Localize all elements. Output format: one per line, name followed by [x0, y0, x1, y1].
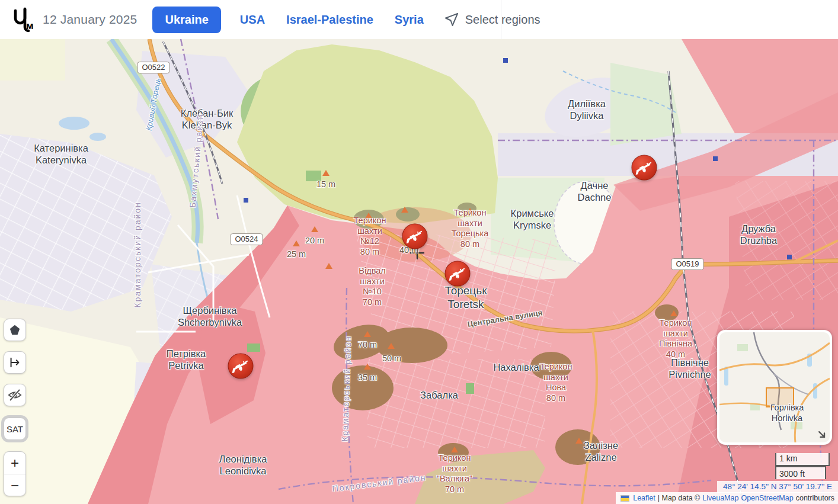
- elev-label: 70 m: [358, 340, 377, 351]
- select-regions-button[interactable]: Select regions: [444, 12, 540, 27]
- place-label: ДиліївкаDyliivka: [568, 98, 606, 121]
- shield-label: О0524: [230, 233, 263, 245]
- map-scale-control: 1 km 3000 ft: [775, 453, 830, 479]
- minimap-city-label: ГорлівкаHorlivka: [770, 402, 804, 423]
- tab-israel-palestine[interactable]: Israel-Palestine: [284, 7, 376, 33]
- liveuamap-app: { "header": { "logo_text": "Uм", "date":…: [0, 0, 838, 504]
- hide-markers-button[interactable]: [4, 384, 26, 406]
- elev-label: 15 m: [316, 179, 335, 190]
- place-label: Нахалівка: [493, 361, 539, 373]
- rifle-clash-icon: [402, 223, 428, 249]
- mine-label: ТериконшахтиНова80 m: [540, 362, 572, 404]
- mine-label: Відвалшахти№1070 m: [359, 266, 385, 308]
- district-label: Покровський район: [332, 473, 427, 494]
- rifle-clash-icon: [444, 261, 471, 287]
- place-label: КатеринівкаKaterynivka: [34, 142, 88, 166]
- tab-syria[interactable]: Syria: [392, 7, 426, 33]
- place-label: ТорецькToretsk: [445, 284, 487, 311]
- shield-label: О0522: [137, 62, 169, 73]
- cursor-icon: [444, 12, 459, 27]
- place-label: ПівнічнеPivnichne: [669, 357, 711, 380]
- scale-km: 1 km: [775, 453, 830, 466]
- tab-usa[interactable]: USA: [238, 7, 267, 33]
- place-label: КримськеKrymske: [511, 207, 554, 231]
- place-label: Забалка: [420, 389, 458, 401]
- arrow-from-bar-icon: [8, 356, 21, 369]
- clash-marker[interactable]: [444, 261, 471, 287]
- elev-label: 25 m: [287, 249, 306, 260]
- zoom-in-button[interactable]: +: [4, 452, 25, 474]
- leaflet-link[interactable]: Leaflet: [633, 492, 655, 504]
- map-labels-layer: Клебан-БикKleban-BykКатеринівкаKateryniv…: [0, 39, 838, 504]
- current-date: 12 January 2025: [43, 12, 137, 27]
- clash-marker[interactable]: [228, 353, 254, 379]
- mine-label: ТериконшахтиТорецька80 m: [452, 208, 489, 250]
- header-divider: [501, 0, 501, 39]
- mine-label: ТериконшахтиПівнічна40 m: [659, 318, 692, 360]
- place-label: ЛеонідівкаLeonidivka: [219, 453, 267, 477]
- ukraine-flag-icon: [620, 495, 629, 502]
- mine-label: Териконшахти"Валюга"70 m: [437, 453, 472, 495]
- shield-label: О0519: [671, 258, 703, 270]
- satellite-view-button[interactable]: SAT: [4, 418, 26, 440]
- mine-label: Териконшахти№1280 m: [354, 216, 386, 258]
- clash-marker[interactable]: [631, 155, 657, 181]
- elev-label: 20 m: [305, 236, 324, 246]
- minimap-graphics: [719, 332, 830, 442]
- map-data-text: | Map data ©: [658, 492, 701, 504]
- map-attribution: Leaflet | Map data © LiveuaMap OpenStree…: [616, 492, 838, 504]
- rifle-clash-icon: [631, 155, 657, 181]
- rifle-clash-icon: [228, 353, 254, 379]
- draw-polygon-button[interactable]: [4, 319, 26, 341]
- select-regions-label: Select regions: [465, 13, 540, 27]
- svg-text:м: м: [26, 20, 34, 31]
- elev-label: 35 m: [358, 373, 377, 383]
- place-label: ЗалізнеZalizne: [584, 439, 618, 463]
- place-label: ДружбаDruzhba: [740, 223, 777, 246]
- polygon-icon: [9, 324, 21, 336]
- tab-ukraine[interactable]: Ukraine: [152, 7, 220, 33]
- street-label: Центральна вулиця: [467, 308, 543, 329]
- clash-marker[interactable]: [402, 223, 428, 249]
- osm-link[interactable]: OpenStreetMap: [741, 492, 793, 504]
- scale-ft: 3000 ft: [775, 466, 826, 479]
- zoom-control: + −: [4, 451, 26, 496]
- place-label: ПетрівкаPetrivka: [167, 348, 206, 371]
- place-label: Клебан-БикKleban-Byk: [181, 107, 233, 131]
- elev-label: 50 m: [382, 354, 401, 364]
- liveuamap-logo-icon[interactable]: м: [8, 5, 34, 34]
- river-label: Кривий Торець: [144, 77, 162, 131]
- contributors-text: contributors: [796, 492, 834, 504]
- liveuamap-link[interactable]: LiveuaMap: [702, 492, 738, 504]
- eye-slash-icon: [8, 388, 22, 402]
- place-label: ДачнеDachne: [578, 179, 612, 203]
- district-label: Краматорський район: [340, 335, 353, 442]
- map-canvas[interactable]: Клебан-БикKleban-BykКатеринівкаKateryniv…: [0, 39, 838, 504]
- place-label: ЩербинівкаShcherbynivka: [178, 304, 242, 328]
- overview-minimap[interactable]: ГорлівкаHorlivka: [717, 330, 832, 445]
- measure-distance-button[interactable]: [4, 351, 26, 374]
- district-label: Краматорський район: [133, 201, 143, 308]
- minimap-toggle-icon[interactable]: [817, 430, 827, 439]
- cursor-coordinates: 48° 24' 14.5'' N 37° 50' 19.7'' E: [717, 481, 838, 493]
- zoom-out-button[interactable]: −: [4, 474, 25, 497]
- top-navigation-bar: м 12 January 2025 Ukraine USA Israel-Pal…: [0, 0, 838, 39]
- sat-label: SAT: [7, 424, 23, 434]
